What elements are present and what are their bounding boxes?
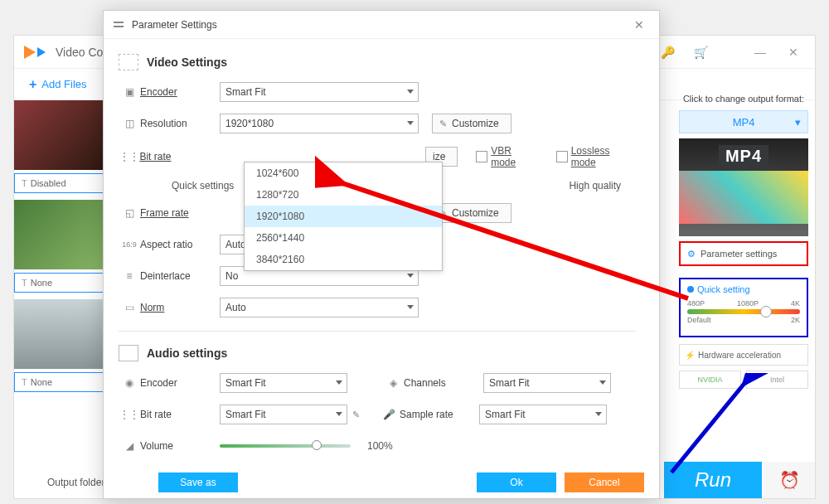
dialog-titlebar: Parameter Settings ✕ (104, 11, 659, 39)
thumb-label-1-text: Disabled (31, 178, 66, 188)
resolution-customize-button[interactable]: ✎Customize (432, 114, 511, 133)
text-icon: T (22, 178, 27, 188)
thumb-label-1[interactable]: TDisabled (14, 173, 105, 193)
volume-label: Volume (140, 440, 220, 452)
resolution-option[interactable]: 1920*1080 (245, 206, 442, 227)
volume-slider-thumb[interactable] (312, 440, 322, 450)
run-button[interactable]: Run (664, 462, 762, 498)
pencil-icon[interactable]: ✎ (352, 410, 360, 420)
format-preview: MP4 (679, 138, 808, 236)
norm-label: Norm (140, 302, 220, 313)
audio-settings-title: Audio settings (147, 346, 227, 360)
vbr-label: VBR mode (491, 145, 538, 168)
audio-bitrate-label: Bit rate (140, 409, 220, 420)
film-icon (119, 54, 138, 70)
resolution-option[interactable]: 1280*720 (245, 184, 442, 206)
samplerate-value: Smart Fit (485, 409, 526, 420)
resolution-option[interactable]: 2560*1440 (245, 227, 442, 249)
chevron-down-icon (407, 90, 414, 94)
norm-icon: ▭ (119, 302, 140, 313)
resolution-option[interactable]: 3840*2160 (245, 249, 442, 270)
resolution-select[interactable]: 1920*1080 (220, 114, 419, 133)
quick-setting-ticks-bottom: Default 2K (687, 316, 800, 324)
norm-select[interactable]: Auto (220, 298, 419, 317)
format-badge: MP4 (719, 145, 768, 167)
video-thumb-2[interactable] (14, 200, 105, 269)
app-logo-icon (24, 46, 36, 59)
cancel-button[interactable]: Cancel (565, 472, 644, 492)
dialog-body: Video Settings ▣ Encoder Smart Fit ◫ Res… (104, 39, 659, 467)
audio-bitrate-icon: ⋮⋮ (119, 409, 140, 420)
resolution-value: 1920*1080 (225, 118, 274, 129)
lossless-label: Lossless mode (571, 145, 636, 168)
blank-spacer (722, 41, 739, 64)
ok-button[interactable]: Ok (477, 472, 556, 492)
ok-label: Ok (510, 477, 522, 488)
channels-select[interactable]: Smart Fit (483, 373, 611, 393)
pencil-icon: ✎ (439, 119, 447, 129)
format-selector[interactable]: MP4 ▾ (679, 110, 808, 133)
resolution-option[interactable]: 1024*600 (245, 162, 442, 184)
chevron-down-icon (336, 412, 342, 416)
intel-tag[interactable]: Intel (746, 371, 808, 389)
quick-settings-label: Quick settings (172, 180, 234, 191)
plus-icon: + (29, 77, 36, 92)
audio-bitrate-select[interactable]: Smart Fit (220, 405, 347, 424)
quick-setting-ticks-top: 480P 1080P 4K (687, 299, 800, 308)
tick-4k: 4K (791, 299, 800, 308)
thumb-label-2-text: None (31, 278, 52, 288)
cart-icon[interactable]: 🛒 (689, 41, 712, 64)
save-as-button[interactable]: Save as (158, 472, 238, 492)
vbr-checkbox[interactable] (476, 151, 487, 162)
parameter-settings-button[interactable]: ⚙ Parameter settings (679, 241, 808, 266)
sliders-icon: ⚙ (687, 249, 696, 259)
audio-encoder-row: ◉ Encoder Smart Fit ◈ Channels Smart Fit (119, 373, 636, 393)
aspect-label: Aspect ratio (140, 239, 220, 250)
minimize-button[interactable]: — (749, 41, 772, 64)
framerate-customize-button[interactable]: ✎Customize (432, 203, 511, 223)
thumb-label-3-text: None (31, 377, 52, 387)
volume-icon: ◢ (119, 440, 140, 452)
chevron-down-icon: ▾ (795, 116, 801, 128)
close-button[interactable]: ✕ (782, 41, 805, 64)
encoder-row: ▣ Encoder Smart Fit (119, 82, 636, 102)
tick-1080p: 1080P (737, 299, 759, 308)
hardware-acceleration-toggle[interactable]: ⚡ Hardware acceleration (679, 344, 808, 366)
encoder-label: Encoder (140, 86, 220, 98)
parameter-settings-dialog: Parameter Settings ✕ Video Settings ▣ En… (103, 10, 660, 499)
output-format-heading: Click to change output format: (679, 94, 808, 104)
audio-encoder-select[interactable]: Smart Fit (220, 373, 347, 393)
samplerate-select[interactable]: Smart Fit (479, 405, 607, 424)
tick-2k: 2K (791, 316, 800, 324)
nvidia-label: NVIDIA (697, 376, 722, 384)
hardware-acceleration-label: Hardware acceleration (698, 351, 781, 360)
chevron-down-icon (407, 121, 414, 125)
encoder-select[interactable]: Smart Fit (220, 82, 419, 102)
text-icon: T (22, 278, 27, 288)
audio-encoder-value: Smart Fit (225, 377, 266, 389)
nvidia-tag[interactable]: NVIDIA (679, 371, 741, 389)
sliders-icon (114, 19, 125, 31)
schedule-button[interactable]: ⏰ (764, 462, 815, 498)
quick-setting-slider[interactable] (687, 309, 800, 314)
deinterlace-icon: ≡ (119, 270, 140, 282)
samplerate-icon: 🎤 (378, 409, 400, 420)
framerate-label: Frame rate (140, 207, 220, 219)
chevron-down-icon (407, 305, 414, 309)
thumb-label-2[interactable]: TNone (14, 273, 105, 293)
video-thumb-3[interactable] (14, 299, 105, 369)
aspect-icon: 16:9 (119, 240, 140, 249)
intel-label: Intel (770, 376, 784, 384)
lossless-checkbox[interactable] (556, 151, 568, 162)
size-label: ize (433, 151, 445, 162)
volume-slider[interactable] (220, 444, 351, 448)
audio-bitrate-value: Smart Fit (225, 409, 266, 420)
audio-encoder-label: Encoder (140, 377, 220, 389)
video-thumb-1[interactable] (14, 100, 105, 170)
thumb-label-3[interactable]: TNone (14, 372, 105, 392)
section-divider (119, 331, 636, 332)
samplerate-label: Sample rate (400, 409, 479, 420)
customize-label: Customize (452, 207, 499, 219)
dialog-close-button[interactable]: ✕ (629, 15, 649, 35)
channels-value: Smart Fit (489, 377, 530, 389)
